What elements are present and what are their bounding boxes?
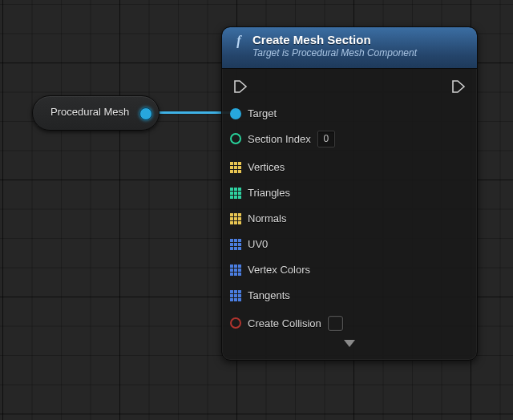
label-target: Target xyxy=(248,107,277,119)
label-create-collision: Create Collision xyxy=(248,317,321,329)
pin-tangents[interactable] xyxy=(230,290,241,301)
label-section-index: Section Index xyxy=(248,133,311,145)
pin-vertices[interactable] xyxy=(230,162,241,173)
expand-node-button[interactable] xyxy=(230,337,469,349)
node-header[interactable]: f Create Mesh Section Target is Procedur… xyxy=(222,27,477,69)
pin-exec-in[interactable] xyxy=(233,79,248,94)
function-icon: f xyxy=(232,34,246,48)
pin-uv0[interactable] xyxy=(230,239,241,250)
pin-target[interactable] xyxy=(230,108,241,119)
label-uv0: UV0 xyxy=(248,238,268,250)
label-vertices: Vertices xyxy=(248,161,285,173)
label-triangles: Triangles xyxy=(248,187,290,199)
pin-normals[interactable] xyxy=(230,213,241,224)
checkbox-create-collision[interactable] xyxy=(328,316,343,331)
node-create-mesh-section[interactable]: f Create Mesh Section Target is Procedur… xyxy=(221,26,478,361)
node-variable-procedural-mesh[interactable]: Procedural Mesh xyxy=(32,95,160,131)
node-title: Create Mesh Section xyxy=(252,33,417,46)
chevron-down-icon xyxy=(344,340,355,347)
variable-node-label: Procedural Mesh xyxy=(50,106,129,118)
label-tangents: Tangents xyxy=(248,289,290,301)
node-body: Target Section Index 0 Vertices Triangle… xyxy=(222,69,477,351)
input-section-index[interactable]: 0 xyxy=(317,131,335,147)
pin-section-index[interactable] xyxy=(230,133,241,144)
label-normals: Normals xyxy=(248,212,286,224)
pin-triangles[interactable] xyxy=(230,188,241,199)
node-subtitle: Target is Procedural Mesh Component xyxy=(252,48,417,59)
pin-output-procedural-mesh[interactable] xyxy=(139,107,152,120)
pin-vertex-colors[interactable] xyxy=(230,265,241,276)
input-section-index-value: 0 xyxy=(323,133,329,144)
pin-exec-out[interactable] xyxy=(451,79,466,94)
label-vertex-colors: Vertex Colors xyxy=(248,264,310,276)
pin-create-collision[interactable] xyxy=(230,317,241,329)
